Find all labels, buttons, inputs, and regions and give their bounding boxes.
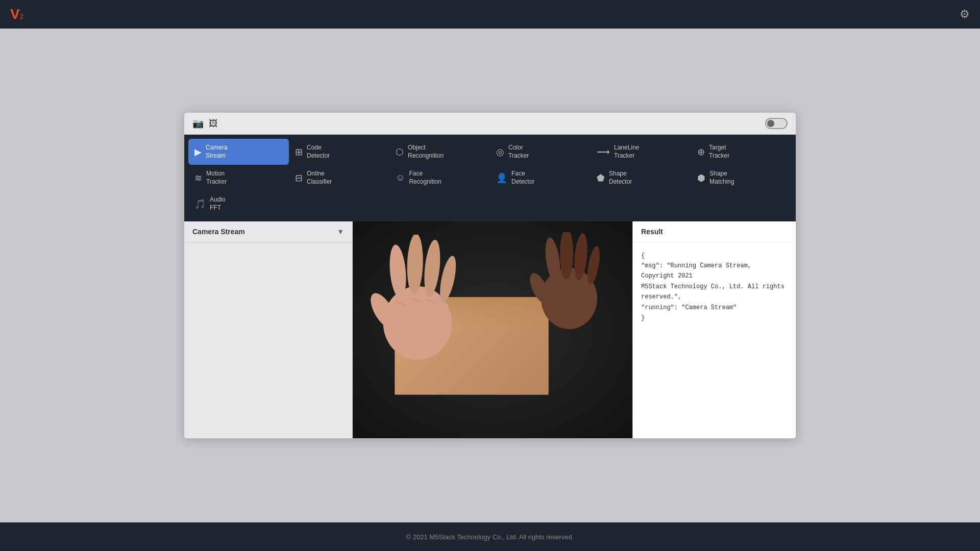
shape-match-icon: [697, 172, 705, 184]
nav-label-face-detector: FaceDetector: [511, 170, 534, 186]
main-content: 📷 🖼 CameraStream CodeDetector ObjectReco…: [0, 29, 980, 522]
color-icon: [496, 146, 504, 158]
nav-item-face-detector[interactable]: FaceDetector: [490, 165, 591, 191]
nav-item-audio-fft[interactable]: AudioFFT: [188, 191, 289, 217]
stream-icon: [194, 146, 202, 158]
logo-v: V: [10, 7, 20, 21]
panel-title: Camera Stream: [192, 228, 245, 236]
nav-label-face-recognition: FaceRecognition: [409, 170, 441, 186]
laneline-icon: [597, 146, 610, 158]
nav-item-face-recognition[interactable]: FaceRecognition: [389, 165, 490, 191]
nav-label-object-recognition: ObjectRecongnition: [408, 144, 444, 160]
nav-label-online-classifier: OnlineClassifier: [307, 170, 332, 186]
nav-item-laneline-tracker[interactable]: LaneLineTracker: [591, 139, 691, 165]
result-line-1: {: [641, 251, 788, 261]
gear-icon[interactable]: ⚙: [960, 8, 970, 21]
toggle-knob: [767, 120, 774, 127]
shape-detect-icon: [597, 172, 605, 184]
hand-right: [528, 232, 610, 334]
toolbar-left: 📷 🖼: [192, 118, 218, 129]
nav-item-color-tracker[interactable]: ColorTracker: [490, 139, 591, 165]
nav-label-laneline-tracker: LaneLineTracker: [614, 144, 639, 160]
result-line-5: }: [641, 313, 788, 323]
nav-label-color-tracker: ColorTracker: [508, 144, 529, 160]
face-detect-icon: [496, 172, 507, 184]
nav-item-camera-stream[interactable]: CameraStream: [188, 139, 289, 165]
nav-item-object-recognition[interactable]: ObjectRecongnition: [389, 139, 490, 165]
camera-area: [353, 221, 632, 438]
result-panel: Result { "msg": "Running Camera Stream, …: [632, 221, 796, 438]
nav-label-audio-fft: AudioFFT: [210, 196, 226, 212]
window-toolbar: 📷 🖼: [184, 113, 796, 135]
nav-item-shape-matching[interactable]: ShapeMatching: [691, 165, 792, 191]
result-body: { "msg": "Running Camera Stream, Copyrig…: [633, 242, 796, 438]
nav-item-code-detector[interactable]: CodeDetector: [289, 139, 389, 165]
online-icon: [295, 172, 303, 184]
camera-capture-icon[interactable]: 📷: [192, 118, 204, 129]
face-recog-icon: [396, 172, 405, 183]
result-header: Result: [633, 221, 796, 242]
nav-item-shape-detector[interactable]: ShapeDetector: [591, 165, 691, 191]
nav-item-target-tracker[interactable]: TargetTracker: [691, 139, 792, 165]
nav-item-motion-tracker[interactable]: MotionTracker: [188, 165, 289, 191]
panel-chevron-icon[interactable]: ▼: [337, 228, 344, 236]
audio-icon: [194, 198, 206, 210]
nav-label-shape-matching: ShapeMatching: [709, 170, 734, 186]
logo-2: 2: [20, 13, 23, 20]
footer-text: © 2021 M5Stack Technology Co., Ltd. All …: [406, 533, 574, 541]
panel-body: [184, 242, 352, 438]
motion-icon: [194, 172, 202, 184]
content-area: Camera Stream ▼: [184, 221, 796, 438]
result-line-3: M5Stack Technology Co., Ltd. All rights …: [641, 282, 788, 303]
target-icon: [697, 146, 705, 158]
panel-header: Camera Stream ▼: [184, 221, 352, 242]
result-line-2: "msg": "Running Camera Stream, Copyright…: [641, 261, 788, 282]
svg-point-3: [406, 235, 424, 295]
nav-label-target-tracker: TargetTracker: [709, 144, 729, 160]
footer: © 2021 M5Stack Technology Co., Ltd. All …: [0, 522, 980, 551]
nav-label-shape-detector: ShapeDetector: [609, 170, 632, 186]
logo: V 2: [10, 7, 23, 21]
camera-scene: [353, 221, 632, 438]
left-panel: Camera Stream ▼: [184, 221, 353, 438]
app-window: 📷 🖼 CameraStream CodeDetector ObjectReco…: [184, 112, 796, 439]
object-icon: [396, 146, 404, 158]
nav-grid: CameraStream CodeDetector ObjectRecongni…: [184, 135, 796, 221]
top-bar: V 2 ⚙: [0, 0, 980, 29]
code-icon: [295, 146, 303, 158]
result-line-4: "running": "Camera Stream": [641, 303, 788, 313]
hand-left: [366, 235, 469, 362]
nav-label-code-detector: CodeDetector: [307, 144, 330, 160]
nav-label-camera-stream: CameraStream: [206, 144, 228, 160]
image-gallery-icon[interactable]: 🖼: [209, 118, 218, 129]
nav-label-motion-tracker: MotionTracker: [206, 170, 227, 186]
stream-toggle[interactable]: [765, 118, 788, 129]
nav-item-online-classifier[interactable]: OnlineClassifier: [289, 165, 389, 191]
